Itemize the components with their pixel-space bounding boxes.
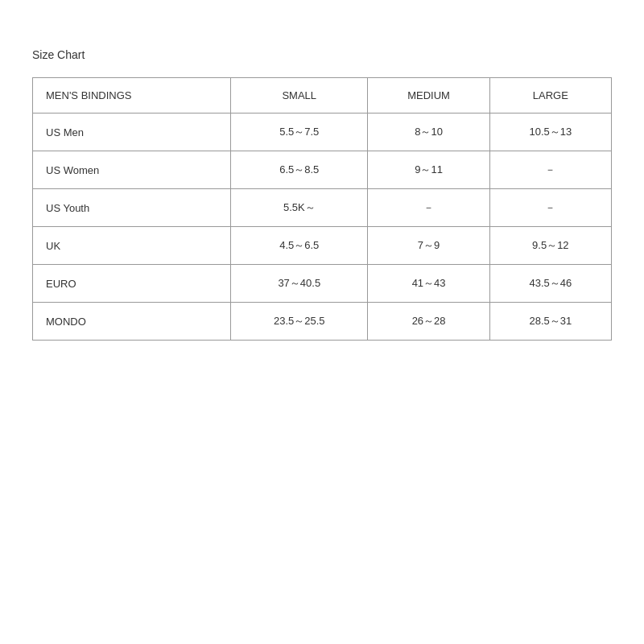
- row-label: UK: [33, 227, 231, 265]
- row-cell: －: [489, 151, 611, 189]
- row-cell: 4.5～6.5: [231, 227, 368, 265]
- row-cell: 5.5K～: [231, 189, 368, 227]
- header-medium: MEDIUM: [368, 78, 489, 114]
- row-cell: 9.5～12: [489, 227, 611, 265]
- header-small: SMALL: [231, 78, 368, 114]
- row-cell: 10.5～13: [489, 114, 611, 151]
- row-cell: 8～10: [368, 114, 489, 151]
- table-header-row: MEN'S BINDINGS SMALL MEDIUM LARGE: [33, 78, 612, 114]
- row-cell: 23.5～25.5: [231, 303, 368, 341]
- row-label: US Youth: [33, 189, 231, 227]
- table-row: US Men5.5～7.58～1010.5～13: [33, 114, 612, 151]
- row-label: EURO: [33, 265, 231, 303]
- row-cell: 9～11: [368, 151, 489, 189]
- size-chart-table: MEN'S BINDINGS SMALL MEDIUM LARGE US Men…: [32, 77, 612, 341]
- row-cell: 26～28: [368, 303, 489, 341]
- header-large: LARGE: [489, 78, 611, 114]
- table-row: US Youth5.5K～－－: [33, 189, 612, 227]
- row-label: MONDO: [33, 303, 231, 341]
- row-cell: 43.5～46: [489, 265, 611, 303]
- table-row: US Women6.5～8.59～11－: [33, 151, 612, 189]
- row-label: US Men: [33, 114, 231, 151]
- header-category: MEN'S BINDINGS: [33, 78, 231, 114]
- table-row: EURO37～40.541～4343.5～46: [33, 265, 612, 303]
- row-cell: 28.5～31: [489, 303, 611, 341]
- row-cell: 41～43: [368, 265, 489, 303]
- table-row: UK4.5～6.57～99.5～12: [33, 227, 612, 265]
- row-cell: －: [368, 189, 489, 227]
- table-row: MONDO23.5～25.526～2828.5～31: [33, 303, 612, 341]
- row-cell: 37～40.5: [231, 265, 368, 303]
- row-cell: 7～9: [368, 227, 489, 265]
- row-label: US Women: [33, 151, 231, 189]
- row-cell: 6.5～8.5: [231, 151, 368, 189]
- row-cell: －: [489, 189, 611, 227]
- row-cell: 5.5～7.5: [231, 114, 368, 151]
- page-title: Size Chart: [32, 48, 612, 61]
- page-container: Size Chart MEN'S BINDINGS SMALL MEDIUM L…: [0, 0, 644, 644]
